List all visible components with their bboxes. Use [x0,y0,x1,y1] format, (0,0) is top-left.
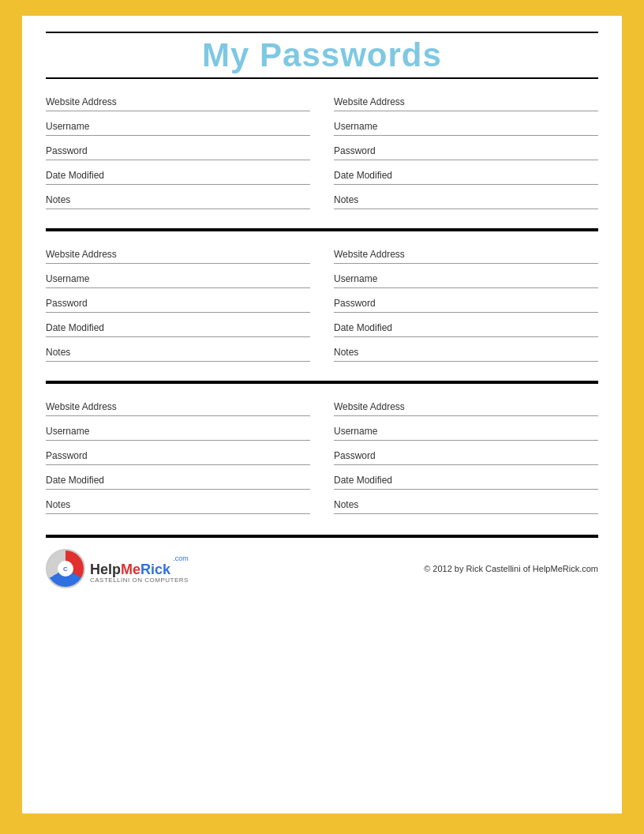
field-label: Username [334,269,598,284]
field-website-address-s3-e2: Website Address [334,396,598,416]
field-password-s2-e2: Password [334,293,598,313]
field-label: Password [46,141,310,156]
section-3-grid: Website AddressUsernamePasswordDate Modi… [46,396,598,519]
field-date-modified-s2-e1: Date Modified [46,317,310,337]
field-underline [334,208,598,209]
field-label: Notes [334,494,598,510]
field-username-s1-e2: Username [334,116,598,136]
field-underline [46,263,310,264]
field-notes-s3-e2: Notes [334,494,598,514]
field-date-modified-s3-e2: Date Modified [334,470,598,490]
field-underline [46,489,310,490]
field-underline [46,135,310,136]
logo-help: Help [90,562,121,577]
field-label: Username [46,269,310,284]
field-underline [334,312,598,313]
logo-icon: C [46,549,85,588]
logo-inner-circle: C [58,561,73,577]
field-label: Date Modified [334,165,598,181]
field-password-s3-e2: Password [334,445,598,465]
field-label: Date Modified [334,470,598,486]
field-label: Notes [46,190,310,205]
field-underline [334,287,598,288]
field-label: Notes [334,190,598,205]
field-label: Website Address [334,396,598,412]
section-3-entry-2: Website AddressUsernamePasswordDate Modi… [334,396,598,519]
section-1-entry-1: Website AddressUsernamePasswordDate Modi… [46,92,310,214]
logo: C .com HelpMeRick CASTELLINI ON COMPUTER… [46,549,189,588]
field-label: Password [334,141,598,156]
top-divider [46,32,598,33]
field-underline [46,184,310,185]
field-label: Notes [46,494,310,510]
field-underline [334,464,598,465]
section-1-entry-2: Website AddressUsernamePasswordDate Modi… [334,92,598,214]
field-date-modified-s1-e2: Date Modified [334,165,598,185]
section-divider-2 [46,381,598,384]
field-underline [46,336,310,337]
field-password-s1-e1: Password [46,141,310,160]
field-website-address-s2-e2: Website Address [334,244,598,264]
logo-main-text: HelpMeRick [90,562,189,577]
field-label: Username [46,421,310,437]
field-username-s3-e1: Username [46,421,310,441]
field-label: Username [334,116,598,132]
field-notes-s3-e1: Notes [46,494,310,514]
section-2-entry-1: Website AddressUsernamePasswordDate Modi… [46,244,310,366]
logo-me: Me [121,562,140,577]
logo-text: .com HelpMeRick CASTELLINI ON COMPUTERS [90,554,189,584]
field-date-modified-s3-e1: Date Modified [46,470,310,490]
sections-container: Website AddressUsernamePasswordDate Modi… [46,92,598,519]
logo-sub-text: CASTELLINI ON COMPUTERS [90,577,189,584]
field-label: Notes [46,342,310,358]
field-notes-s1-e2: Notes [334,190,598,209]
field-label: Username [46,116,310,132]
field-label: Date Modified [46,317,310,333]
field-website-address-s3-e1: Website Address [46,396,310,416]
field-date-modified-s2-e2: Date Modified [334,317,598,337]
field-underline [46,160,310,160]
field-notes-s1-e1: Notes [46,190,310,209]
field-underline [46,208,310,209]
field-website-address-s1-e1: Website Address [46,92,310,111]
field-underline [46,464,310,465]
field-underline [334,440,598,441]
section-divider-1 [46,228,598,231]
logo-rick: Rick [140,562,170,577]
field-underline [334,489,598,490]
field-underline [46,312,310,313]
field-label: Password [46,445,310,461]
field-label: Website Address [46,244,310,260]
field-password-s2-e1: Password [46,293,310,313]
field-label: Website Address [334,92,598,107]
field-underline [334,111,598,111]
field-underline [334,263,598,264]
field-label: Password [334,445,598,461]
field-website-address-s1-e2: Website Address [334,92,598,111]
field-password-s3-e1: Password [46,445,310,465]
field-date-modified-s1-e1: Date Modified [46,165,310,185]
field-underline [334,336,598,337]
field-website-address-s2-e1: Website Address [46,244,310,264]
section-2-entry-2: Website AddressUsernamePasswordDate Modi… [334,244,598,366]
field-username-s3-e2: Username [334,421,598,441]
field-underline [334,135,598,136]
field-label: Notes [334,342,598,358]
field-label: Website Address [334,244,598,260]
field-label: Website Address [46,396,310,412]
field-username-s2-e2: Username [334,269,598,288]
field-label: Date Modified [46,165,310,181]
field-label: Date Modified [334,317,598,333]
field-underline [334,160,598,160]
field-label: Password [46,293,310,309]
field-notes-s2-e2: Notes [334,342,598,362]
field-underline [334,513,598,514]
field-username-s1-e1: Username [46,116,310,136]
field-underline [334,184,598,185]
field-underline [46,287,310,288]
field-username-s2-e1: Username [46,269,310,288]
field-underline [334,361,598,362]
field-underline [46,415,310,416]
section-1-grid: Website AddressUsernamePasswordDate Modi… [46,92,598,214]
field-label: Website Address [46,92,310,107]
